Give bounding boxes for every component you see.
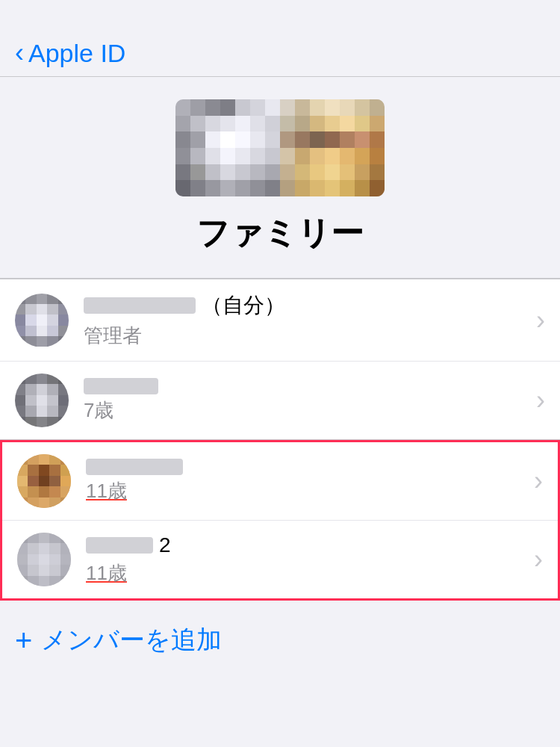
- member-row[interactable]: 2 11歳 ›: [2, 521, 558, 598]
- member-row[interactable]: 11歳 ›: [2, 442, 558, 521]
- member-role: 管理者: [84, 323, 529, 349]
- chevron-right-icon: ›: [534, 544, 543, 575]
- members-list: （自分） 管理者 ›: [0, 279, 560, 440]
- member-info: （自分） 管理者: [84, 291, 529, 349]
- member-name-blurred: [84, 297, 196, 314]
- avatar: [15, 294, 69, 347]
- member-age: 11歳: [86, 560, 526, 586]
- avatar: [17, 454, 71, 508]
- chevron-right-icon: ›: [536, 305, 545, 336]
- member-info: 7歳: [84, 378, 529, 424]
- add-member-button[interactable]: + メンバーを追加: [15, 623, 222, 657]
- family-header: ファミリー: [0, 77, 560, 279]
- member-tag: 2: [159, 533, 171, 557]
- chevron-right-icon: ›: [534, 465, 543, 497]
- add-member-section: + メンバーを追加: [0, 601, 560, 680]
- back-label: Apple ID: [28, 39, 125, 68]
- member-info: 11歳: [86, 459, 526, 504]
- member-tag: （自分）: [202, 291, 285, 320]
- member-row[interactable]: （自分） 管理者 ›: [0, 279, 560, 362]
- navigation-bar: ‹ Apple ID: [0, 0, 560, 77]
- member-row[interactable]: 7歳 ›: [0, 362, 560, 439]
- family-avatars-group: [175, 99, 385, 196]
- add-member-label: メンバーを追加: [41, 623, 222, 657]
- back-chevron-icon: ‹: [15, 37, 24, 69]
- family-title: ファミリー: [196, 211, 364, 255]
- chevron-right-icon: ›: [536, 385, 545, 416]
- avatar: [17, 533, 71, 586]
- back-button[interactable]: ‹ Apple ID: [15, 37, 125, 69]
- member-name-blurred: [84, 378, 158, 394]
- highlighted-members-section: 11歳 ›: [0, 440, 560, 601]
- member-age: 7歳: [84, 397, 529, 424]
- member-info: 2 11歳: [86, 533, 526, 586]
- family-mosaic: [175, 99, 385, 196]
- member-name-blurred: [86, 459, 183, 475]
- avatar: [15, 374, 69, 427]
- add-plus-icon: +: [15, 624, 32, 657]
- member-age: 11歳: [86, 478, 526, 504]
- member-name-blurred: [86, 537, 153, 554]
